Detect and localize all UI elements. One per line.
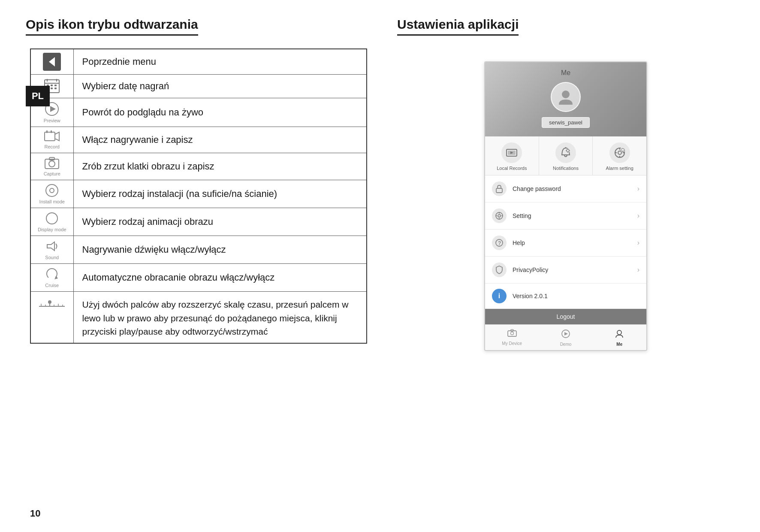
privacy-icon <box>492 263 507 277</box>
table-row: Sound Nagrywanie dźwięku włącz/wyłącz <box>30 236 367 264</box>
bottom-nav: My Device Demo <box>485 324 646 350</box>
alarm-setting-item[interactable]: Alarm setting <box>593 136 646 175</box>
row-desc: Użyj dwóch palców aby rozszerzyć skalę c… <box>73 292 367 343</box>
svg-point-24 <box>46 213 57 224</box>
right-section-title: Ustawienia aplikacji <box>397 17 519 36</box>
help-label: Help <box>513 239 637 246</box>
row-desc: Wybierz datę nagrań <box>73 75 367 98</box>
notifications-item[interactable]: Notifications <box>539 136 593 175</box>
svg-point-65 <box>510 332 513 335</box>
settings-icon <box>492 209 507 223</box>
help-icon: ? <box>492 236 507 250</box>
svg-rect-12 <box>54 88 57 89</box>
notifications-icon <box>555 142 576 163</box>
username-label: serwis_pawel <box>542 117 590 128</box>
svg-rect-17 <box>46 130 48 133</box>
svg-marker-25 <box>47 242 54 251</box>
chevron-right-icon: › <box>637 239 639 247</box>
left-section-title: Opis ikon trybu odtwarzania <box>26 17 198 36</box>
local-records-item[interactable]: Local Records <box>485 136 539 175</box>
version-item: i Version 2.0.1 <box>485 284 646 309</box>
local-records-label: Local Records <box>489 166 535 171</box>
me-icon <box>594 329 645 341</box>
row-desc: Zrób zrzut klatki obrazu i zapisz <box>73 153 367 180</box>
chevron-right-icon: › <box>637 185 639 193</box>
version-label: Version 2.0.1 <box>513 293 548 299</box>
svg-point-23 <box>50 188 54 193</box>
row-desc: Wybierz rodzaj instalacji (na suficie/na… <box>73 180 367 208</box>
table-row: Capture Zrób zrzut klatki obrazu i zapis… <box>30 153 367 180</box>
svg-point-34 <box>48 300 51 304</box>
svg-point-36 <box>562 91 570 98</box>
timeline-icon <box>33 298 71 311</box>
table-row: Record Włącz nagrywanie i zapisz <box>30 127 367 153</box>
svg-point-20 <box>49 161 55 167</box>
right-section: Ustawienia aplikacji Me serwis_pawel <box>380 17 734 515</box>
demo-nav-item[interactable]: Demo <box>539 325 592 350</box>
logout-button[interactable]: Logout <box>485 309 646 324</box>
my-device-label: My Device <box>502 341 522 346</box>
avatar <box>551 82 581 112</box>
profile-header: Me serwis_pawel <box>485 62 646 136</box>
privacy-policy-label: PrivacyPolicy <box>513 266 637 273</box>
display-mode-icon: Display mode <box>33 212 71 232</box>
change-password-label: Change password <box>513 185 637 192</box>
page-number: 10 <box>30 508 40 519</box>
svg-marker-68 <box>564 332 568 336</box>
info-icon: i <box>492 289 507 303</box>
cruise-icon: Cruise <box>33 267 71 288</box>
table-row: Display mode Wybierz rodzaj animacji obr… <box>30 208 367 236</box>
row-desc: Powrót do podglądu na żywo <box>73 98 367 127</box>
my-device-nav-item[interactable]: My Device <box>485 325 539 350</box>
chevron-right-icon: › <box>637 266 639 274</box>
setting-label: Setting <box>513 212 637 219</box>
logout-label: Logout <box>557 313 575 320</box>
table-row: Użyj dwóch palców aby rozszerzyć skalę c… <box>30 292 367 343</box>
capture-icon: Capture <box>33 157 71 176</box>
sound-icon: Sound <box>33 239 71 260</box>
svg-rect-8 <box>51 85 53 86</box>
app-screenshot: Me serwis_pawel <box>484 61 647 351</box>
row-desc: Automatyczne obracanie obrazu włącz/wyłą… <box>73 264 367 292</box>
svg-rect-55 <box>496 188 502 193</box>
table-row: Cruise Automatyczne obracanie obrazu włą… <box>30 264 367 292</box>
svg-marker-14 <box>50 106 56 112</box>
svg-marker-26 <box>54 276 58 279</box>
me-label: Me <box>616 342 622 347</box>
setting-item[interactable]: Setting › <box>485 203 646 230</box>
svg-rect-11 <box>51 88 53 89</box>
record-icon: Record <box>33 130 71 149</box>
me-nav-item[interactable]: Me <box>593 325 646 350</box>
table-row: Install mode Wybierz rodzaj instalacji (… <box>30 180 367 208</box>
back-icon <box>33 53 71 71</box>
chevron-right-icon: › <box>637 212 639 220</box>
svg-text:?: ? <box>498 240 501 246</box>
svg-rect-18 <box>51 130 52 133</box>
notifications-label: Notifications <box>543 166 589 171</box>
svg-point-69 <box>617 330 621 335</box>
install-mode-icon: Install mode <box>33 184 71 204</box>
svg-point-57 <box>498 215 501 217</box>
profile-title: Me <box>485 69 646 77</box>
demo-icon <box>540 329 591 341</box>
table-row: Preview Powrót do podglądu na żywo <box>30 98 367 127</box>
icon-table: Poprzednie menu <box>30 48 367 344</box>
help-item[interactable]: ? Help › <box>485 230 646 257</box>
alarm-setting-label: Alarm setting <box>596 166 643 171</box>
row-desc: Poprzednie menu <box>73 49 367 75</box>
local-records-icon <box>501 142 522 163</box>
svg-point-22 <box>46 184 58 196</box>
row-desc: Nagrywanie dźwięku włącz/wyłącz <box>73 236 367 264</box>
change-password-item[interactable]: Change password › <box>485 175 646 203</box>
lock-icon <box>492 181 507 196</box>
svg-rect-9 <box>54 85 57 86</box>
svg-marker-16 <box>55 132 59 141</box>
privacy-policy-item[interactable]: PrivacyPolicy › <box>485 257 646 284</box>
my-device-icon <box>487 329 537 340</box>
table-row: Wybierz datę nagrań <box>30 75 367 98</box>
top-icons-row: Local Records <box>485 136 646 175</box>
alarm-setting-icon <box>609 142 630 163</box>
table-row: Poprzednie menu <box>30 49 367 75</box>
svg-rect-15 <box>45 132 55 141</box>
svg-rect-66 <box>511 329 513 331</box>
